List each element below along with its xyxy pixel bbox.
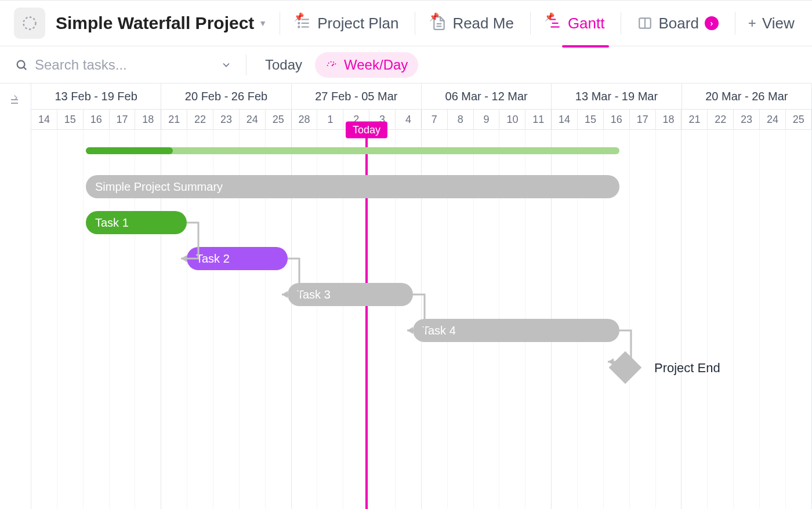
svg-marker-21 (407, 327, 413, 334)
today-button[interactable]: Today (260, 53, 307, 77)
search-icon (15, 59, 28, 71)
day-header-cell: 23 (734, 110, 760, 129)
svg-line-15 (24, 67, 26, 70)
tab-project-plan[interactable]: 📌 Project Plan (293, 12, 402, 35)
svg-line-16 (332, 64, 334, 66)
day-header-cell: 25 (266, 110, 292, 129)
week-header-cell: 13 Feb - 19 Feb (31, 83, 161, 109)
day-header-cell: 21 (682, 110, 708, 129)
svg-marker-20 (282, 291, 288, 298)
expand-sidebar-button[interactable] (0, 83, 31, 509)
day-header-cell: 7 (422, 110, 448, 129)
day-header-cell: 21 (161, 110, 187, 129)
gantt-area: 13 Feb - 19 Feb20 Feb - 26 Feb27 Feb - 0… (0, 83, 812, 509)
day-header-cell: 18 (135, 110, 161, 129)
day-header-cell: 18 (656, 110, 682, 129)
day-header-cell: 14 (31, 110, 57, 129)
chevron-down-icon[interactable] (220, 59, 232, 71)
chevron-right-icon: › (705, 16, 719, 30)
day-header-cell: 16 (84, 110, 110, 129)
day-header-cell: 22 (708, 110, 734, 129)
toolbar: Today Week/Day (0, 46, 812, 83)
svg-point-14 (17, 60, 25, 68)
week-header-cell: 20 Feb - 26 Feb (161, 83, 291, 109)
day-header-cell: 17 (630, 110, 656, 129)
divider (415, 12, 415, 35)
add-view-button[interactable]: + View (748, 14, 795, 32)
scale-selector[interactable]: Week/Day (315, 52, 418, 78)
svg-point-0 (24, 17, 36, 30)
day-header-cell: 11 (525, 110, 552, 129)
week-header-cell: 06 Mar - 12 Mar (422, 83, 552, 109)
day-header-cell: 25 (786, 110, 812, 129)
day-header-cell: 8 (448, 110, 474, 129)
project-title[interactable]: Simple Waterfall Project ▼ (56, 13, 267, 33)
day-header-cell: 9 (474, 110, 500, 129)
tab-label: Project Plan (317, 14, 398, 32)
week-header-cell: 13 Mar - 19 Mar (552, 83, 682, 109)
tab-board[interactable]: Board › (634, 12, 722, 35)
day-header-cell: 15 (578, 110, 604, 129)
tab-label: Board (658, 14, 698, 32)
scale-label: Week/Day (344, 57, 408, 73)
project-title-text: Simple Waterfall Project (56, 13, 254, 33)
day-header-row: 1415161718212223242528123478910111415161… (31, 109, 812, 130)
week-header-row: 13 Feb - 19 Feb20 Feb - 26 Feb27 Feb - 0… (31, 83, 812, 109)
day-header-cell: 22 (187, 110, 213, 129)
gauge-icon (325, 59, 338, 71)
pin-icon: 📌 (294, 12, 304, 21)
tab-gantt[interactable]: 📌 Gantt (543, 12, 608, 35)
divider (280, 12, 280, 35)
day-header-cell: 14 (552, 110, 578, 129)
chart-body[interactable]: Today Simple Project Summary Task 1 Task… (31, 130, 812, 509)
divider (530, 12, 531, 35)
day-header-cell: 15 (57, 110, 84, 129)
week-header-cell: 27 Feb - 05 Mar (292, 83, 422, 109)
day-header-cell: 17 (110, 110, 136, 129)
day-header-cell: 1 (317, 110, 343, 129)
svg-point-5 (298, 23, 299, 24)
project-icon[interactable] (14, 8, 45, 39)
svg-marker-22 (608, 358, 614, 365)
week-header-cell: 20 Mar - 26 Mar (682, 83, 812, 109)
day-header-cell: 24 (760, 110, 786, 129)
divider (735, 12, 735, 35)
search-input[interactable] (34, 56, 212, 74)
calendar: 13 Feb - 19 Feb20 Feb - 26 Feb27 Feb - 0… (31, 83, 812, 509)
day-header-cell: 10 (499, 110, 525, 129)
day-header-cell: 23 (213, 110, 240, 129)
day-header-cell: 28 (292, 110, 318, 129)
tab-label: Gantt (568, 14, 605, 32)
search-wrap (15, 56, 212, 74)
day-header-cell: 4 (396, 110, 422, 129)
pin-icon: 📌 (545, 12, 554, 21)
tab-label: Read Me (452, 14, 514, 32)
day-header-cell: 16 (604, 110, 630, 129)
tab-readme[interactable]: 📌 Read Me (428, 12, 517, 35)
add-view-label: View (762, 14, 795, 32)
day-header-cell: 24 (240, 110, 266, 129)
board-icon (637, 16, 652, 31)
plus-icon: + (748, 15, 756, 31)
divider (621, 12, 621, 35)
svg-marker-19 (181, 255, 187, 262)
topbar: Simple Waterfall Project ▼ 📌 Project Pla… (0, 0, 812, 46)
pin-icon: 📌 (429, 12, 439, 21)
svg-point-6 (298, 26, 299, 27)
caret-down-icon: ▼ (259, 19, 267, 28)
divider (246, 54, 246, 75)
